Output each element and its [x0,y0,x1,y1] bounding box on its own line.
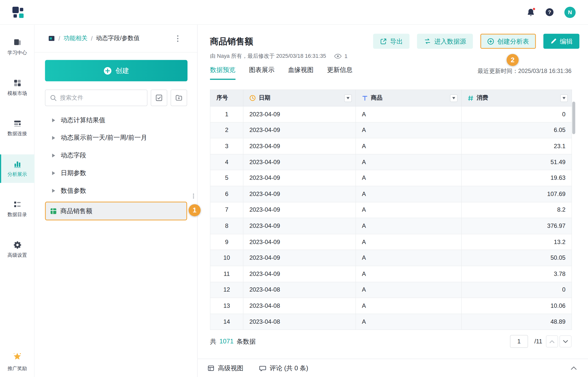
cell-product: A [356,186,461,202]
cell-product: A [356,170,461,186]
analysis-icon [13,160,22,168]
datasource-icon [424,38,431,45]
prev-page-button[interactable] [546,336,558,348]
reward-star-icon [12,352,22,363]
table-row: 72023-04-09A8.2 [210,202,572,218]
comments-button[interactable]: 评论 (共 0 条) [259,364,308,373]
cell-date: 2023-04-09 [243,202,356,218]
sidebar-item-analysis[interactable]: 分析展示 [0,154,34,183]
column-filter-dropdown[interactable] [344,94,352,102]
pencil-icon [550,38,557,45]
edit-button[interactable]: 编辑 [543,34,579,49]
sidebar-item-connection[interactable]: 数据连接 [0,116,34,140]
collapse-panel-icon[interactable] [571,366,577,370]
cell-date: 2023-04-09 [243,154,356,170]
sidebar-item-settings[interactable]: 高级设置 [0,238,34,261]
table-row: 62023-04-09A107.69 [210,186,572,202]
help-icon[interactable]: ? [545,8,554,17]
page-input[interactable] [510,335,528,348]
bottom-bar: 高级视图 评论 (共 0 条) [198,359,588,377]
cell-index: 7 [210,202,243,218]
tab-list: 数据预览图表展示血缘视图更新信息 [210,65,353,80]
cell-index: 12 [210,282,243,298]
cell-index: 11 [210,266,243,282]
tree-item-label: 动态计算结果值 [61,116,105,125]
clock-icon [249,95,256,101]
cell-date: 2023-04-08 [243,314,356,330]
tab-update[interactable]: 更新信息 [327,65,352,80]
left-sidebar: 学习中心 模板市场 数据连接 分析展示 数据目录 高级设置 推广奖励 [0,25,34,377]
column-header-consume[interactable]: 消费 [461,90,572,106]
tab-preview[interactable]: 数据预览 [210,65,235,80]
eye-icon [334,53,342,59]
table-header-row: 序号日期商品消费 [210,90,572,106]
total-prefix: 共 [210,337,217,346]
cell-index: 8 [210,218,243,234]
cell-date: 2023-04-09 [243,234,356,250]
main-content: 商品销售额 导出 进入数据源 [198,25,588,377]
sidebar-item-templates[interactable]: 模板市场 [0,76,34,100]
learning-icon [13,38,22,47]
app-logo-icon[interactable] [12,6,24,18]
cell-consume: 0 [461,106,572,122]
table-row: 112023-04-09A3.78 [210,266,572,282]
tree-item-3[interactable]: 日期参数 [34,164,197,182]
column-header-index[interactable]: 序号 [210,90,243,106]
user-avatar[interactable]: N [564,6,576,18]
column-header-date[interactable]: 日期 [243,90,356,106]
next-page-button[interactable] [560,336,572,348]
cell-date: 2023-04-09 [243,218,356,234]
project-folder-icon[interactable] [48,35,55,42]
advanced-view-button[interactable]: 高级视图 [207,364,243,373]
total-count: 1071 [219,338,233,345]
tree-item-2[interactable]: 动态字段 [34,146,197,164]
cell-index: 4 [210,154,243,170]
cell-product: A [356,298,461,314]
breadcrumb: / 功能相关 / 动态字段/参数值 [34,25,197,52]
total-suffix: 条数据 [236,337,256,346]
table-file-icon [50,207,57,215]
notifications-bell-icon[interactable] [527,8,535,16]
sidebar-item-learning[interactable]: 学习中心 [0,35,34,59]
cell-consume: 51.49 [461,154,572,170]
create-analysis-button[interactable]: 创建分析表 [480,34,536,49]
tree-item-1[interactable]: 动态展示前一天/前一周/前一月 [34,129,197,147]
column-filter-dropdown[interactable] [450,94,457,102]
batch-select-icon[interactable] [151,90,167,106]
column-label: 序号 [216,94,228,102]
cell-date: 2023-04-09 [243,266,356,282]
table-row: 12023-04-09A0 [210,106,572,122]
table-body: 12023-04-09A022023-04-09A6.0532023-04-09… [210,106,572,330]
breadcrumb-link[interactable]: 功能相关 [64,34,87,42]
tree-item-selected[interactable]: 商品销售额 [45,202,187,220]
cell-consume: 3.78 [461,266,572,282]
table-row: 92023-04-09A13.2 [210,234,572,250]
cell-consume: 19.63 [461,170,572,186]
export-button[interactable]: 导出 [373,34,410,49]
tab-lineage[interactable]: 血缘视图 [288,65,313,80]
column-header-product[interactable]: 商品 [356,90,461,106]
search-icon [50,94,57,101]
tab-chart[interactable]: 图表展示 [249,65,274,80]
table-scrollbar[interactable] [572,102,575,134]
create-button[interactable]: 创建 [45,60,188,81]
enter-datasource-button[interactable]: 进入数据源 [417,34,473,49]
cell-product: A [356,122,461,138]
plus-circle-outline-icon [487,38,494,45]
table-row: 42023-04-09A51.49 [210,154,572,170]
breadcrumb-more-icon[interactable] [175,34,180,43]
selected-item-more-icon[interactable] [193,193,194,200]
new-folder-icon[interactable] [171,90,187,106]
tree-item-0[interactable]: 动态计算结果值 [34,111,197,129]
caret-right-icon [52,171,55,175]
file-tree: 动态计算结果值 动态展示前一天/前一周/前一月 动态字段 日期参数 数值参数 [34,111,197,199]
search-box [45,90,147,106]
sidebar-item-catalog[interactable]: 数据目录 [0,197,34,221]
search-input[interactable] [60,94,143,101]
tree-item-4[interactable]: 数值参数 [34,182,197,199]
sidebar-item-promo[interactable]: 推广奖励 [0,352,34,372]
cell-date: 2023-04-09 [243,106,356,122]
cell-consume: 107.69 [461,186,572,202]
column-filter-dropdown[interactable] [560,94,568,102]
cell-index: 1 [210,106,243,122]
